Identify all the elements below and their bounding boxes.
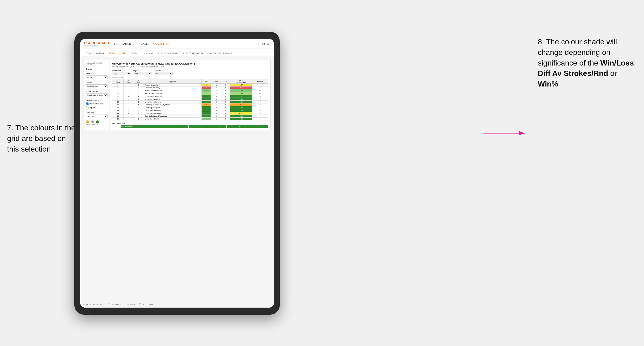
tablet-frame: SCOREBOARD Powered by clippd TOURNAMENTS… [74, 32, 280, 315]
radio-top-100[interactable]: Top 100 [86, 106, 108, 109]
cell-win: 1 [201, 95, 211, 98]
col-loss: Loss [211, 79, 222, 84]
cell-opponent: Vanderbilt University [144, 86, 201, 89]
table-row: 9 - 1 University of Arizona 1 0 0 9.00 2 [112, 98, 268, 101]
cell-loss: 1 [211, 84, 222, 86]
opponent-filter-label: Opponent [154, 70, 172, 71]
cell-loss: 0 [211, 106, 222, 109]
settings-icon[interactable]: ⊞ [143, 303, 144, 306]
cell-reg: - [124, 109, 134, 112]
nav-committee[interactable]: COMMITTEE [154, 42, 170, 45]
colour-by-label: Colour by [86, 112, 108, 114]
cell-win: 3 [201, 109, 211, 112]
colour-legend: Down Level Up [86, 120, 108, 125]
region-select[interactable]: (All) [133, 72, 152, 75]
conference-select[interactable]: (All) [112, 72, 131, 75]
division-select[interactable]: NCAA Division I [86, 84, 108, 88]
col-conf: #Conf [133, 79, 144, 84]
filters-row: Conference (All) Region (All) [112, 70, 268, 75]
colour-by-select[interactable]: Win/loss [86, 115, 108, 118]
col-rank: #Rank [112, 79, 124, 84]
undo-icon[interactable]: ↩ [82, 303, 84, 306]
cell-tie: 0 [222, 86, 230, 89]
sign-out[interactable]: Sign out [258, 42, 270, 45]
school-select[interactable]: 1. University of Nort... [86, 93, 108, 97]
cell-opponent: Texas Tech University [144, 109, 201, 112]
watch-button[interactable]: 👁 Watch ▼ [127, 303, 137, 306]
data-table: #Rank #Reg #Conf Opponent Win Loss Tie D… [112, 79, 268, 120]
clock-icon[interactable]: ⏱ [100, 303, 102, 306]
out-div-name: NCAA Division II [120, 125, 188, 128]
cell-opponent: Auburn University [144, 84, 201, 86]
cell-conf: 2 [133, 118, 144, 120]
redo-icon[interactable]: ↪ [86, 303, 88, 306]
table-row: 10 - 5 University of Alabama 3 0 0 2.61 … [112, 101, 268, 103]
subnav-player-h2h-grid[interactable]: PLAYER H2H GRID [180, 51, 205, 56]
nav-tournaments[interactable]: TOURNAMENTS [114, 42, 134, 45]
subnav-player-h2h-heatmap[interactable]: PLAYER H2H HEATMAP [205, 51, 234, 56]
cell-reg: - [124, 112, 134, 115]
colour-by-section: Colour by Win/loss [86, 112, 108, 118]
forward-icon[interactable]: ⇥ [90, 303, 91, 306]
share-button[interactable]: ↗ Share [146, 303, 153, 306]
subnav-team-summary[interactable]: TEAM SUMMARY [84, 51, 107, 56]
colour-up-label: Up [96, 124, 98, 125]
colour-level-label: Level [91, 124, 95, 125]
cell-conf: 2 [133, 95, 144, 98]
nav-teams[interactable]: TEAMS [139, 42, 148, 45]
cell-conf: 1 [133, 84, 144, 86]
cell-rank: 4 [112, 89, 124, 92]
cell-loss: 0 [211, 101, 222, 103]
cell-loss: 4 [211, 86, 222, 89]
cell-rank: 16 [112, 118, 124, 120]
grid-area: University of North Carolina Head-to-Hea… [110, 60, 270, 131]
cell-rounds: 9 [252, 118, 268, 120]
cell-reg: - [124, 103, 134, 106]
school-label: School (Rank) [86, 90, 108, 92]
conference-label: Conference [112, 70, 131, 71]
subnav-team-h2h-grid[interactable]: TEAM H2H GRID [107, 51, 129, 56]
region-filter: Region (All) [133, 70, 152, 75]
cell-diff: 1.67 [230, 84, 252, 86]
colour-down-circle [86, 120, 89, 123]
cell-diff: 6.62 [230, 118, 252, 120]
subnav-player-summary[interactable]: PLAYER SUMMARY [156, 51, 180, 56]
cell-loss: 0 [211, 98, 222, 101]
gender-section: Gender Men's [86, 72, 108, 79]
gender-label: Gender [86, 72, 108, 74]
last-updated-label: Last Updated: 27/03/2024 16:55:38 [86, 62, 108, 65]
grid-title: University of North Carolina Head-to-Hea… [112, 62, 268, 65]
cell-rank: 3 [112, 86, 124, 89]
gender-select[interactable]: Men's [86, 75, 108, 79]
table-row: NCAA Division II 1 0 0 26.00 3 [112, 125, 268, 128]
team-title: Team [86, 68, 108, 70]
table-row: 16 - 2 University of Florida 3 1 0 6.62 … [112, 118, 268, 120]
table-row: 4 - 1 Arizona State University 5 1 0 2.2… [112, 89, 268, 92]
col-opponent: Opponent [144, 79, 201, 84]
toolbar-separator-2 [124, 303, 124, 306]
division-label: Division [86, 81, 108, 83]
subnav-team-h2h-heatmap[interactable]: TEAM H2H HEATMAP [129, 51, 156, 56]
cell-loss: 0 [211, 95, 222, 98]
cell-rank: 8 [112, 95, 124, 98]
main-content: Last Updated: 27/03/2024 16:55:38 Team G… [80, 56, 274, 301]
table-row: 14 - 0 University of Oklahoma 1 0 0 -1.0… [112, 112, 268, 115]
cell-loss: 0 [211, 109, 222, 112]
cell-rounds: 2 [252, 98, 268, 101]
paste-icon[interactable]: ⊞ [96, 303, 98, 306]
cell-tie: 0 [222, 115, 230, 118]
cell-win: 3 [201, 118, 211, 120]
radio-opponents-played[interactable]: Opponents Played [86, 102, 108, 105]
table-row: 13 - 1 Texas Tech University 3 0 0 5.56 … [112, 109, 268, 112]
cell-loss: 0 [211, 112, 222, 115]
content-panel: Last Updated: 27/03/2024 16:55:38 Team G… [84, 60, 270, 131]
cell-conf: 6 [133, 103, 144, 106]
comment-icon[interactable]: 💬 [139, 303, 141, 306]
view-label[interactable]: 📄 View: Original [108, 303, 121, 306]
cell-diff: 5.56 [230, 109, 252, 112]
nav-links: TOURNAMENTS TEAMS COMMITTEE [114, 42, 258, 45]
cell-rounds: 3 [252, 106, 268, 109]
cell-diff: 9.00 [230, 98, 252, 101]
copy-icon[interactable]: ⧉ [93, 303, 95, 306]
opponent-select[interactable]: (All) [154, 72, 172, 75]
